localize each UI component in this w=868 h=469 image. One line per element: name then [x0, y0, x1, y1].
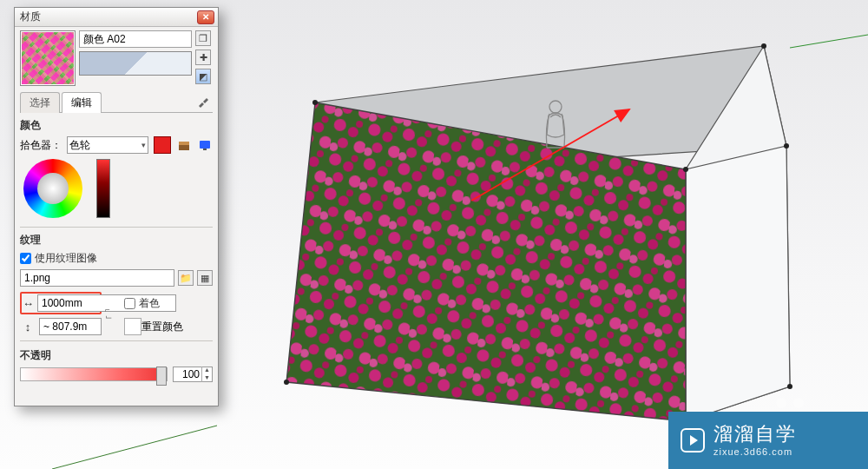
add-to-model-button[interactable]: ◩	[195, 69, 211, 84]
svg-marker-11	[686, 146, 790, 421]
svg-rect-25	[203, 149, 207, 150]
svg-line-7	[52, 426, 217, 469]
color-section: 颜色 拾色器： 色轮 ▾	[20, 118, 213, 221]
reset-color-swatch[interactable]	[124, 318, 141, 335]
svg-rect-23	[179, 142, 189, 145]
material-name-input[interactable]	[79, 30, 192, 48]
current-color-swatch[interactable]	[154, 136, 171, 154]
watermark-en: zixue.3d66.com	[713, 446, 797, 458]
watermark-cn: 溜溜自学	[713, 423, 797, 446]
match-object-color-icon[interactable]	[176, 137, 192, 153]
texture-file-input[interactable]	[20, 269, 174, 287]
texture-height-input[interactable]	[39, 318, 102, 335]
color-wheel[interactable]	[23, 159, 82, 218]
eyedropper-icon[interactable]	[194, 94, 213, 112]
play-icon	[681, 428, 705, 452]
viewport-3d[interactable]: 材质 ✕ ❐ ✚ ◩ 选择 编辑	[0, 0, 868, 469]
use-texture-input[interactable]	[20, 253, 31, 264]
tabs: 选择 编辑	[20, 91, 213, 113]
svg-point-20	[284, 380, 289, 385]
display-secondary-button[interactable]: ❐	[195, 30, 211, 46]
picker-label: 拾色器：	[20, 138, 62, 153]
opacity-title: 不透明	[20, 348, 213, 363]
picker-select-value: 色轮	[69, 138, 90, 153]
opacity-value: 100	[174, 368, 201, 380]
svg-line-8	[790, 35, 868, 48]
divider-2	[20, 340, 213, 341]
tab-edit[interactable]: 编辑	[62, 92, 102, 113]
svg-rect-22	[179, 145, 189, 150]
svg-point-14	[312, 100, 318, 105]
chevron-down-icon: ▾	[141, 141, 146, 149]
use-texture-label: 使用纹理图像	[35, 251, 97, 266]
svg-point-17	[683, 167, 688, 172]
svg-point-15	[761, 43, 766, 49]
width-highlight: ↔	[20, 292, 102, 314]
colorize-input[interactable]	[124, 298, 135, 309]
tab-select[interactable]: 选择	[20, 92, 60, 113]
match-screen-color-icon[interactable]	[197, 137, 213, 153]
default-material-swatch[interactable]	[79, 51, 192, 76]
opacity-slider[interactable]	[20, 367, 168, 381]
texture-section: 纹理 使用纹理图像 📁 ▦ ↔ ⌐⌙	[20, 233, 213, 335]
colorize-label: 着色	[139, 296, 160, 311]
material-thumbnail[interactable]	[20, 30, 76, 86]
browse-file-icon[interactable]: 📁	[178, 270, 194, 286]
value-slider[interactable]	[96, 159, 110, 218]
width-icon: ↔	[23, 297, 34, 310]
close-icon[interactable]: ✕	[197, 10, 214, 24]
svg-point-16	[784, 143, 789, 149]
color-section-title: 颜色	[20, 118, 213, 133]
svg-rect-24	[200, 141, 210, 149]
height-icon: ↕	[20, 320, 36, 334]
edit-image-icon[interactable]: ▦	[197, 270, 213, 286]
watermark: 溜溜自学 zixue.3d66.com	[668, 412, 868, 469]
panel-title: 材质	[18, 10, 197, 24]
create-material-button[interactable]: ✚	[195, 50, 211, 65]
panel-titlebar[interactable]: 材质 ✕	[15, 8, 218, 27]
picker-type-select[interactable]: 色轮 ▾	[67, 136, 148, 154]
svg-point-19	[787, 384, 792, 389]
reset-color-label: 重置颜色	[141, 320, 213, 334]
aspect-lock-icon[interactable]: ⌐⌙	[105, 307, 121, 320]
decorative-dots	[776, 398, 804, 408]
materials-panel: 材质 ✕ ❐ ✚ ◩ 选择 编辑	[14, 7, 219, 406]
opacity-value-box[interactable]: 100 ▲▼	[173, 367, 213, 382]
opacity-spinner[interactable]: ▲▼	[201, 367, 212, 382]
divider	[20, 227, 213, 228]
use-texture-checkbox[interactable]: 使用纹理图像	[20, 251, 213, 266]
colorize-checkbox[interactable]: 着色	[124, 296, 213, 311]
texture-section-title: 纹理	[20, 233, 213, 248]
opacity-section: 不透明 100 ▲▼	[20, 348, 213, 382]
